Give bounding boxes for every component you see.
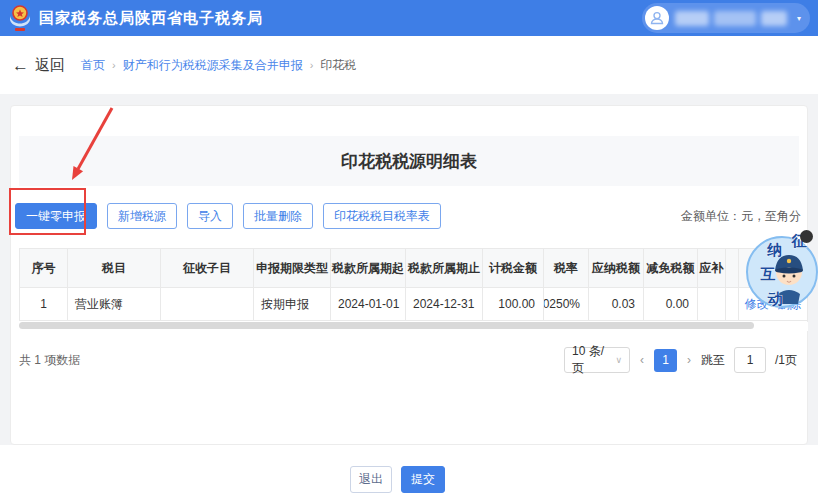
- exit-button[interactable]: 退出: [350, 466, 392, 493]
- page-size-select[interactable]: 10 条/页 ∨: [564, 347, 630, 373]
- back-arrow-icon: ←: [12, 57, 29, 74]
- breadcrumb-separator: ›: [310, 59, 314, 71]
- brand: 国家税务总局陕西省电子税务局: [8, 4, 263, 32]
- cell-tax-item: 营业账簿: [68, 288, 161, 320]
- col-rate: 税率: [544, 249, 589, 287]
- col-tax-payable: 应纳税额: [589, 249, 644, 287]
- mascot-collapse-button[interactable]: [800, 230, 813, 243]
- one-click-zero-declaration-button[interactable]: 一键零申报: [15, 203, 97, 229]
- pagination-bar: 共 1 项数据 10 条/页 ∨ ‹ 1 › 跳至 /1页: [19, 346, 797, 374]
- chevron-down-icon[interactable]: ▾: [797, 14, 801, 23]
- current-page-button[interactable]: 1: [654, 349, 677, 372]
- breadcrumb-tax-collection[interactable]: 财产和行为税税源采集及合并申报: [123, 57, 303, 74]
- top-header-bar: 国家税务总局陕西省电子税务局 ▾: [0, 0, 818, 36]
- redacted-username: [675, 11, 791, 26]
- col-spacer: [726, 249, 739, 287]
- table-header-row: 序号 税目 征收子目 申报期限类型 税款所属期起 税款所属期止 计税金额 税率 …: [19, 248, 808, 288]
- tax-bureau-emblem-icon: [8, 4, 32, 32]
- breadcrumb-home[interactable]: 首页: [81, 57, 105, 74]
- total-count-text: 共 1 项数据: [19, 352, 80, 369]
- cell-spacer: [726, 288, 739, 320]
- horizontal-scrollbar-thumb[interactable]: [19, 322, 754, 329]
- page-title: 印花税税源明细表: [341, 150, 477, 173]
- back-label: 返回: [35, 56, 65, 75]
- cell-period-end: 2024-12-31: [406, 288, 483, 320]
- mascot-char-hu: 互: [760, 265, 776, 282]
- submit-button[interactable]: 提交: [401, 466, 445, 493]
- cell-taxable-amount: 100.00: [483, 288, 544, 320]
- horizontal-scrollbar-track[interactable]: [19, 322, 808, 331]
- total-pages-text: /1页: [775, 352, 797, 369]
- stamp-tax-detail-card: 印花税税源明细表 一键零申报 新增税源 导入 批量删除 印花税税目税率表 金额单…: [10, 105, 808, 445]
- title-strip: 印花税税源明细表: [19, 136, 799, 186]
- breadcrumb-separator: ›: [112, 59, 116, 71]
- cell-reduction: 0.00: [644, 288, 698, 320]
- cell-period-start: 2024-01-01: [331, 288, 406, 320]
- add-tax-source-button[interactable]: 新增税源: [107, 203, 177, 229]
- amount-unit-note: 金额单位：元，至角分: [681, 208, 801, 225]
- col-tax-item: 税目: [68, 249, 161, 287]
- col-period-start: 税款所属期起: [331, 249, 406, 287]
- tax-source-table: 序号 税目 征收子目 申报期限类型 税款所属期起 税款所属期止 计税金额 税率 …: [19, 248, 808, 321]
- cell-sub-item: [161, 288, 254, 320]
- col-sub-item: 征收子目: [161, 249, 254, 287]
- batch-delete-button[interactable]: 批量删除: [243, 203, 313, 229]
- col-period-end: 税款所属期止: [406, 249, 483, 287]
- cell-tax-payable: 0.03: [589, 288, 644, 320]
- col-supplement-truncated: 应补: [698, 249, 726, 287]
- jump-to-label: 跳至: [701, 352, 725, 369]
- user-account-menu[interactable]: ▾: [642, 3, 810, 33]
- cell-rate: 0.0250%: [544, 288, 589, 320]
- mascot-char-na: 纳: [767, 241, 783, 258]
- jump-to-page-input[interactable]: [734, 347, 766, 373]
- cell-supplement: [698, 288, 726, 320]
- import-button[interactable]: 导入: [187, 203, 233, 229]
- toolbar: 一键零申报 新增税源 导入 批量删除 印花税税目税率表 金额单位：元，至角分: [15, 202, 801, 230]
- breadcrumb: 首页 › 财产和行为税税源采集及合并申报 › 印花税: [81, 57, 356, 74]
- breadcrumb-bar: ← 返回 首页 › 财产和行为税税源采集及合并申报 › 印花税: [0, 36, 818, 94]
- footer-actions: 退出 提交: [350, 466, 445, 493]
- stamp-tax-rate-table-button[interactable]: 印花税税目税率表: [323, 203, 441, 229]
- cell-period-type: 按期申报: [254, 288, 331, 320]
- col-seq: 序号: [19, 249, 68, 287]
- chevron-down-icon: ∨: [615, 355, 622, 365]
- breadcrumb-current-stamp-tax: 印花税: [320, 57, 356, 74]
- pagination-controls: 10 条/页 ∨ ‹ 1 › 跳至 /1页: [564, 347, 797, 373]
- prev-page-button[interactable]: ‹: [639, 353, 645, 367]
- col-taxable-amount: 计税金额: [483, 249, 544, 287]
- app-title: 国家税务总局陕西省电子税务局: [39, 9, 263, 28]
- mascot-char-dong: 动: [768, 290, 783, 307]
- back-button[interactable]: ← 返回: [12, 56, 65, 75]
- cell-seq: 1: [19, 288, 68, 320]
- col-period-type: 申报期限类型: [254, 249, 331, 287]
- col-reduction: 减免税额: [644, 249, 698, 287]
- user-avatar-icon: [645, 6, 669, 30]
- table-row: 1 营业账簿 按期申报 2024-01-01 2024-12-31 100.00…: [19, 288, 808, 321]
- next-page-button[interactable]: ›: [686, 353, 692, 367]
- page-size-value: 10 条/页: [572, 343, 615, 377]
